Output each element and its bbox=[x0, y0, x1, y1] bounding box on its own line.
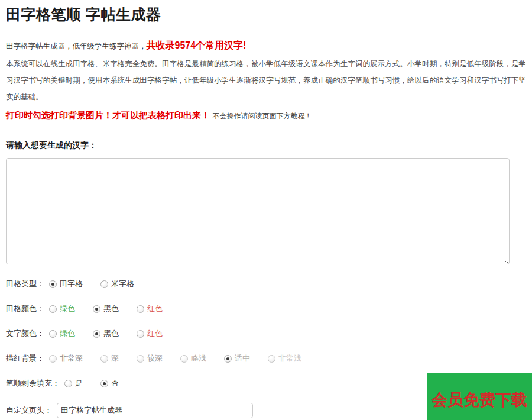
trace-bg-row: 描红背景： 非常深 深 较深 略浅 适中 非常浅 bbox=[6, 353, 526, 364]
option-label: 米字格 bbox=[111, 279, 134, 289]
option-label: 绿色 bbox=[60, 328, 75, 339]
grid-color-option-black[interactable]: 黑色 bbox=[93, 303, 119, 314]
radio-checked-icon[interactable] bbox=[224, 355, 232, 363]
text-color-row: 文字颜色： 绿色 黑色 红色 bbox=[6, 328, 526, 339]
option-label: 深 bbox=[111, 353, 119, 364]
radio-unchecked-icon[interactable] bbox=[180, 355, 188, 363]
stroke-fill-label: 笔顺剩余填充： bbox=[6, 378, 60, 389]
chars-input-label: 请输入想要生成的汉字： bbox=[6, 140, 526, 151]
grid-type-label: 田格类型： bbox=[6, 279, 44, 289]
grid-color-label: 田格颜色： bbox=[6, 303, 44, 314]
option-label: 红色 bbox=[147, 328, 163, 339]
stroke-fill-option-yes[interactable]: 是 bbox=[64, 378, 83, 389]
chars-textarea[interactable] bbox=[6, 158, 510, 264]
grid-color-option-green[interactable]: 绿色 bbox=[49, 303, 75, 314]
trace-bg-option-very-light[interactable]: 非常浅 bbox=[268, 353, 301, 364]
custom-header-label: 自定义页头： bbox=[6, 405, 52, 416]
option-label: 黑色 bbox=[103, 303, 119, 314]
radio-unchecked-icon[interactable] bbox=[268, 355, 275, 363]
intro-plain-text: 田字格字帖生成器，低年级学生练字神器， bbox=[6, 42, 147, 50]
option-label: 否 bbox=[111, 378, 119, 389]
radio-unchecked-icon[interactable] bbox=[49, 305, 57, 313]
radio-unchecked-icon[interactable] bbox=[137, 330, 144, 338]
trace-bg-label: 描红背景： bbox=[6, 353, 44, 364]
text-color-option-green[interactable]: 绿色 bbox=[49, 328, 75, 339]
text-color-option-red[interactable]: 红色 bbox=[137, 328, 163, 339]
radio-checked-icon[interactable] bbox=[93, 330, 100, 338]
print-tip-line: 打印时勾选打印背景图片！才可以把表格打印出来！ 不会操作请阅读页面下方教程！ bbox=[6, 110, 526, 121]
radio-checked-icon[interactable] bbox=[100, 380, 108, 387]
option-label: 适中 bbox=[235, 353, 250, 364]
grid-color-option-red[interactable]: 红色 bbox=[137, 303, 163, 314]
option-label: 黑色 bbox=[103, 328, 119, 339]
radio-unchecked-icon[interactable] bbox=[137, 305, 144, 313]
trace-bg-option-dark[interactable]: 深 bbox=[100, 353, 119, 364]
intro-highlight-text: 共收录9574个常用汉字! bbox=[147, 40, 246, 50]
radio-checked-icon[interactable] bbox=[93, 305, 100, 313]
text-color-label: 文字颜色： bbox=[6, 328, 44, 339]
intro-line: 田字格字帖生成器，低年级学生练字神器，共收录9574个常用汉字! bbox=[6, 40, 526, 52]
radio-unchecked-icon[interactable] bbox=[49, 355, 57, 363]
member-download-banner[interactable]: 会员免费下载 bbox=[427, 373, 532, 420]
option-label: 是 bbox=[75, 378, 83, 389]
radio-unchecked-icon[interactable] bbox=[100, 280, 108, 288]
stroke-fill-option-no[interactable]: 否 bbox=[100, 378, 119, 389]
trace-bg-option-lighter[interactable]: 略浅 bbox=[180, 353, 206, 364]
radio-unchecked-icon[interactable] bbox=[49, 330, 57, 338]
radio-unchecked-icon[interactable] bbox=[137, 355, 144, 363]
description-paragraph: 本系统可以在线生成田字格、米字格完全免费。田字格是最精简的练习格，被小学低年级语… bbox=[6, 56, 526, 105]
option-label: 非常深 bbox=[60, 353, 83, 364]
print-warning-text: 打印时勾选打印背景图片！才可以把表格打印出来！ bbox=[6, 110, 210, 120]
custom-header-input[interactable] bbox=[57, 403, 253, 418]
option-label: 绿色 bbox=[60, 303, 75, 314]
radio-unchecked-icon[interactable] bbox=[100, 355, 108, 363]
option-label: 较深 bbox=[147, 353, 163, 364]
grid-type-row: 田格类型： 田字格 米字格 bbox=[6, 279, 526, 289]
trace-bg-option-darker[interactable]: 较深 bbox=[137, 353, 163, 364]
option-label: 略浅 bbox=[191, 353, 206, 364]
trace-bg-option-medium[interactable]: 适中 bbox=[224, 353, 250, 364]
grid-type-option-mizige[interactable]: 米字格 bbox=[100, 279, 134, 289]
grid-type-option-tianzige[interactable]: 田字格 bbox=[49, 279, 83, 289]
grid-color-row: 田格颜色： 绿色 黑色 红色 bbox=[6, 303, 526, 314]
option-label: 田字格 bbox=[60, 279, 83, 289]
option-label: 非常浅 bbox=[278, 353, 301, 364]
radio-checked-icon[interactable] bbox=[49, 280, 57, 288]
option-label: 红色 bbox=[147, 303, 163, 314]
trace-bg-option-very-dark[interactable]: 非常深 bbox=[49, 353, 83, 364]
print-note-text: 不会操作请阅读页面下方教程！ bbox=[212, 112, 312, 120]
page-content: 田字格笔顺 字帖生成器 田字格字帖生成器，低年级学生练字神器，共收录9574个常… bbox=[0, 5, 532, 420]
member-download-label: 会员免费下载 bbox=[432, 389, 527, 411]
radio-unchecked-icon[interactable] bbox=[64, 380, 72, 387]
text-color-option-black[interactable]: 黑色 bbox=[93, 328, 119, 339]
page-title: 田字格笔顺 字帖生成器 bbox=[6, 5, 526, 24]
